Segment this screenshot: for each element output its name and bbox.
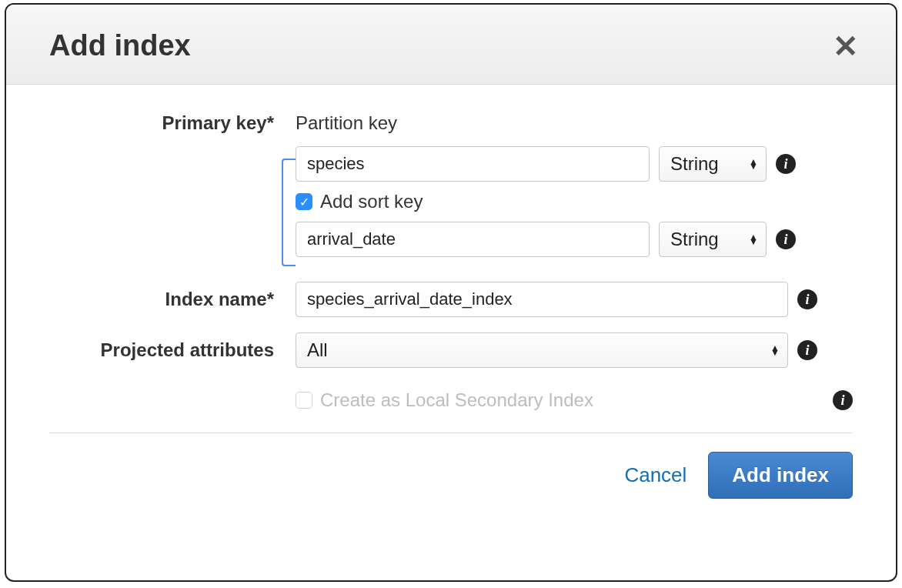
sort-key-row: String ▲ ▼ i [296,222,796,257]
add-sort-key-row: ✓ Add sort key [296,191,796,212]
local-secondary-row: Create as Local Secondary Index i [49,389,853,411]
info-icon[interactable]: i [776,154,796,174]
partition-key-label: Partition key [296,112,796,134]
projected-attributes-label: Projected attributes [49,339,296,361]
add-index-button[interactable]: Add index [708,452,853,499]
local-secondary-fields: Create as Local Secondary Index i [296,389,853,411]
caret-updown-icon: ▲ ▼ [770,346,780,355]
add-sort-key-checkbox[interactable]: ✓ [296,193,312,210]
local-secondary-checkbox [296,392,312,409]
index-name-row: Index name* i [49,282,853,317]
info-icon[interactable]: i [797,289,817,309]
sort-key-type-select[interactable]: String ▲ ▼ [659,222,767,257]
info-icon[interactable]: i [833,390,853,410]
info-icon[interactable]: i [776,229,796,249]
index-name-fields: i [296,282,853,317]
modal-footer: Cancel Add index [6,433,896,523]
projected-attributes-fields: All ▲ ▼ i [296,332,853,368]
add-index-modal: Add index ✕ Primary key* Partition key S… [5,3,897,582]
primary-key-row: Primary key* Partition key String ▲ ▼ [49,112,853,266]
projected-attributes-value: All [307,339,328,361]
caret-updown-icon: ▲ ▼ [749,159,758,169]
primary-key-block: Partition key String ▲ ▼ i [296,112,796,266]
sort-key-type-value: String [670,229,719,250]
caret-updown-icon: ▲ ▼ [749,235,758,244]
add-sort-key-label: Add sort key [320,191,423,212]
partition-key-type-value: String [670,153,719,175]
primary-key-fields: Partition key String ▲ ▼ i [296,112,853,266]
cancel-button[interactable]: Cancel [624,463,687,487]
local-secondary-label: Create as Local Secondary Index [320,389,593,411]
modal-title: Add index [49,29,191,62]
modal-header: Add index ✕ [6,5,896,85]
projected-attributes-row: Projected attributes All ▲ ▼ i [49,332,853,368]
close-icon[interactable]: ✕ [833,31,859,62]
partition-key-row: String ▲ ▼ i [296,146,796,182]
partition-key-input[interactable] [296,146,650,182]
info-icon[interactable]: i [797,340,817,360]
primary-key-label: Primary key* [49,112,296,134]
index-name-label: Index name* [49,289,296,310]
partition-key-type-select[interactable]: String ▲ ▼ [659,146,767,182]
projected-attributes-select[interactable]: All ▲ ▼ [296,332,788,368]
key-bracket-icon [282,159,296,266]
sort-key-input[interactable] [296,222,650,257]
modal-body: Primary key* Partition key String ▲ ▼ [6,85,896,411]
index-name-input[interactable] [296,282,788,317]
